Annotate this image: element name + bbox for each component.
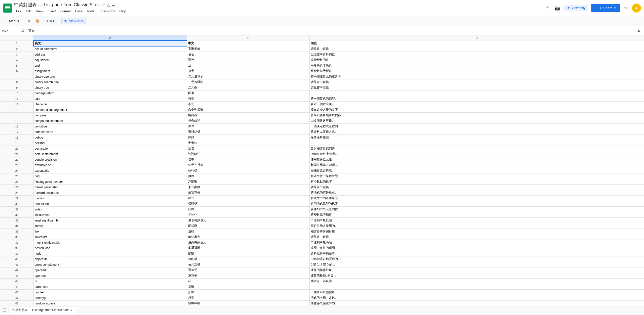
menu-data[interactable]: Data (73, 8, 84, 14)
cell-english[interactable]: header file (33, 201, 187, 207)
cell-chinese[interactable]: 位址 (187, 52, 309, 57)
cell-english[interactable]: adjustment (33, 57, 187, 63)
cell-notes[interactable]: 程式文中的基本單元 (310, 196, 644, 201)
cell-english[interactable]: random access (33, 301, 187, 305)
cell-notes[interactable]: 二進制中最低順... (310, 218, 644, 223)
cell-notes[interactable]: 資料結構中的基本... (310, 251, 644, 256)
cell-notes[interactable]: 表示一個位元組... (310, 102, 644, 107)
cell-notes[interactable]: 兩者為真才為真 (310, 63, 644, 68)
cell-notes[interactable]: 0 變 1, 1 變 0 的... (310, 262, 644, 267)
col-header-b[interactable]: B (187, 35, 309, 40)
cell-notes[interactable]: 兩者有一為真即... (310, 279, 644, 284)
cell-notes[interactable]: 由機器語言構成... (310, 168, 644, 173)
cell-notes[interactable]: 相同位元為0, 相異... (310, 162, 644, 168)
cell-chinese[interactable]: 回車 (187, 91, 309, 96)
cell-chinese[interactable]: 複合敘述 (187, 118, 309, 124)
menu-tools[interactable]: Tools (85, 8, 96, 14)
cell-chinese[interactable]: 節點 (187, 251, 309, 256)
cell-chinese[interactable]: 目的檔 (187, 256, 309, 262)
cell-english[interactable]: cast (33, 96, 187, 102)
cell-chinese[interactable]: 資料結構 (187, 129, 309, 135)
cell-notes[interactable]: 有小數點的數字 (310, 179, 644, 185)
cell-english[interactable]: forward declaration (33, 190, 187, 196)
cell-notes[interactable]: 記憶體中資料的位 (310, 52, 644, 57)
cell-english[interactable]: command line argument (33, 107, 187, 113)
cell-chinese[interactable]: 中文 (187, 40, 309, 46)
cell-notes[interactable]: switch 敘述中如果... (310, 151, 644, 157)
cell-notes[interactable]: 編譯器將多個目標... (310, 229, 644, 234)
cell-chinese[interactable]: 執行檔 (187, 168, 309, 173)
cloud-icon[interactable]: ☁ (111, 3, 115, 7)
sheet-tab[interactable]: 中英對照表 — List page from Classic Sites ▾ (9, 306, 76, 314)
cell-notes[interactable]: 請見書中定義 (310, 185, 644, 190)
cell-notes[interactable]: 任意存取儲藏中的... (310, 301, 644, 305)
print-button[interactable]: 🖨 (25, 18, 32, 24)
cell-english[interactable]: exclusive or (33, 162, 187, 168)
menu-file[interactable]: File (14, 8, 23, 14)
cell-chinese[interactable]: 運算子 (187, 273, 309, 279)
cell-notes[interactable]: 運算的種類, 例如... (310, 273, 644, 279)
cell-chinese[interactable]: 原型 (187, 295, 309, 301)
cell-english[interactable]: or (33, 279, 187, 284)
cell-chinese[interactable]: 隨機存取 (187, 301, 309, 305)
cell-chinese[interactable]: 連結 (187, 229, 309, 234)
cell-notes[interactable]: 二進制中最高順... (310, 240, 644, 245)
star-icon[interactable]: ☆ (102, 3, 105, 7)
cell-chinese[interactable]: 參數 (187, 284, 309, 290)
cell-notes[interactable]: 備註 (310, 40, 644, 46)
col-header-c[interactable]: C (310, 35, 644, 40)
cell-english[interactable]: object file (33, 256, 187, 262)
bookmark-icon[interactable]: ☆ (623, 4, 629, 12)
drive-icon[interactable]: △ (107, 3, 110, 7)
cell-chinese[interactable]: 最低有效位元 (187, 218, 309, 223)
menu-extensions[interactable]: Extensions (97, 8, 117, 14)
cell-english[interactable]: carriage return (33, 91, 187, 96)
cell-english[interactable]: binary operator (33, 74, 187, 79)
cell-notes[interactable]: 有兩個運算元的運算子 (310, 74, 644, 79)
cell-english[interactable]: binary tree (33, 85, 187, 91)
cell-english[interactable]: initialization (33, 212, 187, 218)
cell-english[interactable]: debug (33, 135, 187, 140)
cell-english[interactable]: function (33, 196, 187, 201)
cell-notes[interactable]: 由高階語言翻譯成的... (310, 256, 644, 262)
cell-chinese[interactable]: 實際參數 (187, 46, 309, 52)
cell-english[interactable]: least significant bit (33, 218, 187, 223)
cell-english[interactable]: compiler (33, 113, 187, 118)
cell-english[interactable]: executable (33, 168, 187, 173)
menu-view[interactable]: View (34, 8, 45, 14)
cell-chinese[interactable]: 位元互斥或 (187, 162, 309, 168)
cell-english[interactable]: assignment (33, 68, 187, 74)
menu-edit[interactable]: Edit (24, 8, 33, 14)
cell-notes[interactable]: 將函式的宣告放在... (310, 190, 644, 196)
cell-notes[interactable]: 接在命令之後的文字 (310, 107, 644, 113)
col-header-a[interactable]: A (33, 35, 187, 40)
cell-chinese[interactable]: 條件 (187, 124, 309, 129)
cell-english[interactable]: compound statement (33, 118, 187, 124)
cell-notes[interactable] (310, 91, 644, 96)
cell-notes[interactable]: 請見書中定義 (310, 85, 644, 91)
cell-english[interactable]: character (33, 102, 187, 107)
cell-chinese[interactable]: 預設敘述 (187, 151, 309, 157)
cell-english[interactable]: double precision (33, 157, 187, 162)
cell-english[interactable]: most significant bit (33, 240, 187, 245)
cell-chinese[interactable]: 多重迴圈 (187, 245, 309, 251)
cell-english[interactable]: link (33, 229, 187, 234)
cell-notes[interactable] (310, 284, 644, 290)
cell-notes[interactable]: 將一個算式的類型... (310, 96, 644, 102)
cell-chinese[interactable]: 轉型 (187, 96, 309, 102)
cell-notes[interactable]: 函式的名稱、參數... (310, 295, 644, 301)
cell-notes[interactable]: 迴圈中有外的迴圈 (310, 245, 644, 251)
cell-chinese[interactable]: 字元 (187, 102, 309, 107)
cell-reference-box[interactable]: A1 ▾ (2, 29, 17, 32)
meet-icon[interactable]: 📷 (553, 4, 561, 12)
cell-notes[interactable]: 一個決定程式流程的 (310, 124, 644, 129)
sheets-menu-icon[interactable]: ☰ (3, 308, 7, 312)
cell-notes[interactable]: 將變數賦予新值 (310, 68, 644, 74)
cell-notes[interactable]: 將資料以某種方式... (310, 129, 644, 135)
cell-chinese[interactable]: 鏈結串列 (187, 234, 309, 240)
cell-english[interactable]: linked list (33, 234, 187, 240)
cell-notes[interactable]: 將高階語言翻譯成機器 (310, 113, 644, 118)
cell-notes[interactable]: 使用較多位元組... (310, 157, 644, 162)
cell-chinese[interactable]: 函式 (187, 196, 309, 201)
share-button[interactable]: 👤+ Share ▾ (591, 4, 620, 12)
